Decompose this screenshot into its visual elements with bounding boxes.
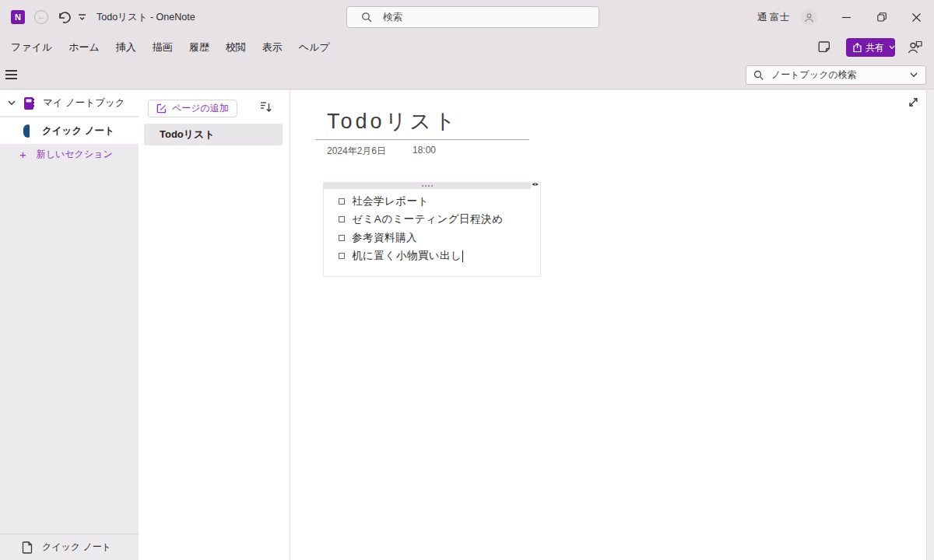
add-page-label: ページの追加	[172, 102, 229, 115]
sticky-note-icon[interactable]	[818, 40, 831, 54]
tab-home[interactable]: ホーム	[68, 40, 100, 54]
todo-item[interactable]: ゼミAのミーティング日程決め	[324, 211, 540, 229]
todo-text[interactable]: ゼミAのミーティング日程決め	[352, 212, 503, 226]
todo-text[interactable]: 机に置く小物買い出し	[352, 249, 462, 263]
todo-list: 社会学レポート ゼミAのミーティング日程決め 参考資料購入 机に置く小物買い出し	[324, 192, 540, 265]
sort-icon[interactable]	[260, 100, 272, 113]
share-button-label: 共有	[866, 41, 884, 54]
onenote-app-icon: N	[11, 10, 25, 24]
title-underline	[315, 139, 529, 140]
undo-icon[interactable]	[56, 9, 72, 25]
share-icon	[852, 43, 862, 53]
hamburger-menu-icon[interactable]	[5, 70, 17, 79]
sidebar-item-quick-notes[interactable]: クイック ノート	[0, 117, 139, 144]
sidebar-item-label: マイ ノートブック	[43, 96, 125, 110]
resize-handle-icon[interactable]: ◂▸	[532, 180, 539, 187]
page-icon	[22, 541, 33, 554]
restore-button[interactable]	[864, 0, 899, 34]
tab-insert[interactable]: 挿入	[116, 40, 136, 54]
quick-notes-footer-button[interactable]: クイック ノート	[0, 534, 139, 560]
todo-text[interactable]: 参考資料購入	[352, 231, 417, 245]
ribbon-tab-bar: ファイル ホーム 挿入 描画 履歴 校閲 表示 ヘルプ 共有	[0, 34, 934, 61]
tab-review[interactable]: 校閲	[226, 40, 246, 54]
todo-item[interactable]: 社会学レポート	[324, 192, 540, 211]
todo-text[interactable]: 社会学レポート	[352, 194, 429, 208]
page-list-panel: ページの追加 Todoリスト	[139, 90, 290, 560]
add-section-button[interactable]: + 新しいセクション	[0, 144, 139, 164]
page-canvas[interactable]: Todoリスト 2024年2月6日 18:00 ◂▸ 社会学レポート ゼミAのミ…	[291, 90, 934, 560]
titlebar: N ← Todoリスト - OneNote 検索 通 富士	[0, 0, 934, 34]
search-input[interactable]: 検索	[346, 6, 599, 28]
notebook-search-placeholder: ノートブックの検索	[771, 68, 857, 82]
tab-help[interactable]: ヘルプ	[299, 40, 330, 54]
todo-checkbox[interactable]	[339, 216, 345, 222]
sidebar-item-my-notebook[interactable]: マイ ノートブック	[0, 90, 139, 117]
chevron-down-icon[interactable]	[8, 100, 16, 106]
todo-checkbox[interactable]	[339, 198, 345, 205]
share-dropdown-chevron-icon[interactable]	[889, 45, 895, 50]
add-page-button[interactable]: ページの追加	[148, 100, 237, 117]
back-icon[interactable]: ←	[34, 10, 48, 24]
tab-history[interactable]: 履歴	[189, 40, 209, 54]
notebook-icon	[23, 96, 35, 110]
people-icon[interactable]	[908, 40, 922, 54]
plus-icon: +	[19, 149, 26, 160]
navigation-bar: ノートブックの検索	[0, 61, 934, 89]
notebook-sidebar: マイ ノートブック クイック ノート + 新しいセクション クイック ノート	[0, 90, 139, 560]
page-date[interactable]: 2024年2月6日	[327, 145, 386, 158]
compose-icon	[156, 103, 167, 114]
page-title-text[interactable]: Todoリスト	[327, 107, 458, 135]
sidebar-item-label: クイック ノート	[42, 124, 114, 138]
footer-label: クイック ノート	[42, 541, 111, 554]
todo-item[interactable]: 参考資料購入	[324, 229, 540, 247]
tab-draw[interactable]: 描画	[153, 40, 173, 54]
chevron-down-icon[interactable]	[910, 72, 918, 78]
todo-checkbox[interactable]	[339, 235, 345, 241]
expand-icon[interactable]	[908, 96, 919, 108]
onenote-window: N ← Todoリスト - OneNote 検索 通 富士	[0, 0, 934, 560]
notebook-search-input[interactable]: ノートブックの検索	[746, 65, 926, 85]
page-time[interactable]: 18:00	[413, 145, 436, 156]
search-icon	[361, 12, 372, 23]
note-drag-handle[interactable]	[323, 182, 531, 189]
tab-file[interactable]: ファイル	[11, 40, 52, 54]
note-container[interactable]: ◂▸ 社会学レポート ゼミAのミーティング日程決め 参考資料購入	[323, 182, 541, 277]
share-button[interactable]: 共有	[846, 38, 895, 57]
avatar[interactable]	[801, 9, 817, 26]
minimize-button[interactable]	[829, 0, 864, 34]
search-placeholder: 検索	[383, 11, 402, 24]
window-title: Todoリスト - OneNote	[97, 0, 195, 34]
text-cursor	[462, 250, 463, 262]
todo-checkbox[interactable]	[339, 253, 345, 259]
section-color-tab	[23, 124, 30, 138]
tab-view[interactable]: 表示	[262, 40, 283, 54]
page-title: Todoリスト	[160, 128, 215, 142]
quick-access-chevron-icon[interactable]	[78, 14, 86, 21]
user-name: 通 富士	[757, 0, 789, 34]
add-section-label: 新しいセクション	[37, 148, 113, 161]
search-icon	[753, 70, 764, 80]
close-button[interactable]	[899, 0, 934, 34]
vertical-scrollbar[interactable]	[926, 90, 934, 560]
drag-handle-icon	[422, 185, 433, 187]
page-list-item[interactable]: Todoリスト	[144, 124, 283, 145]
todo-item[interactable]: 机に置く小物買い出し	[324, 247, 540, 266]
